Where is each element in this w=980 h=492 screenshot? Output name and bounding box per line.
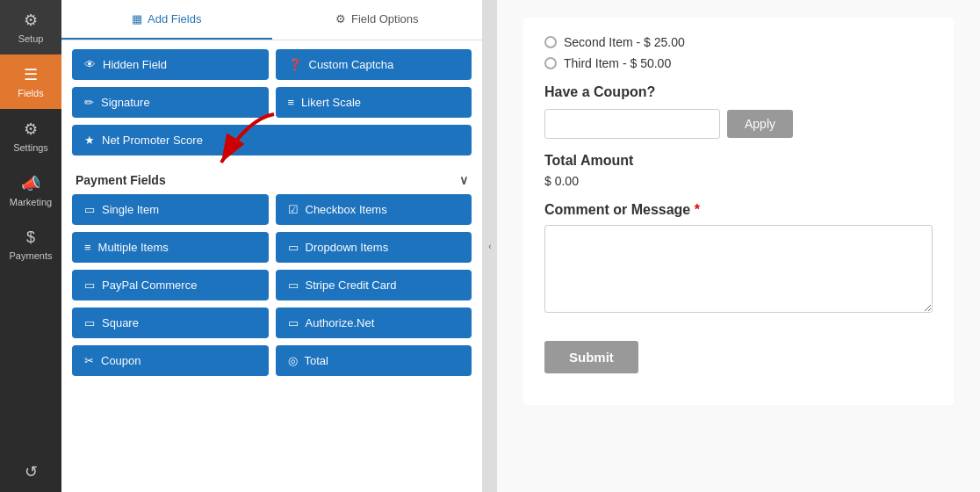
sidebar-item-setup[interactable]: ⚙ Setup bbox=[0, 0, 61, 54]
sidebar-item-marketing[interactable]: 📣 Marketing bbox=[0, 163, 61, 218]
sidebar-label-setup: Setup bbox=[18, 33, 44, 44]
sidebar-item-fields[interactable]: ☰ Fields bbox=[0, 54, 61, 109]
checkbox-items-icon: ☑ bbox=[288, 203, 299, 216]
payment-fields-grid: ▭ Single Item ☑ Checkbox Items ≡ Multipl… bbox=[72, 194, 472, 376]
history-icon: ↺ bbox=[25, 462, 38, 481]
nps-grid: ★ Net Promoter Score bbox=[72, 125, 472, 156]
radio-label-third: Third Item - $ 50.00 bbox=[564, 56, 671, 70]
sidebar-label-fields: Fields bbox=[18, 88, 43, 98]
checkbox-items-button[interactable]: ☑ Checkbox Items bbox=[276, 194, 472, 225]
sidebar: ⚙ Setup ☰ Fields ⚙ Settings 📣 Marketing … bbox=[0, 0, 61, 492]
coupon-row-section: Have a Coupon? Apply bbox=[544, 84, 933, 139]
tab-field-options[interactable]: ⚙ Field Options bbox=[272, 0, 483, 40]
form-preview: Second Item - $ 25.00 Third Item - $ 50.… bbox=[523, 18, 954, 405]
radio-option-second: Second Item - $ 25.00 bbox=[544, 35, 933, 49]
likert-scale-icon: ≡ bbox=[288, 96, 295, 109]
payments-icon: $ bbox=[26, 228, 35, 247]
payment-fields-chevron: ∨ bbox=[459, 173, 468, 187]
sidebar-label-payments: Payments bbox=[10, 250, 53, 261]
total-button[interactable]: ◎ Total bbox=[276, 345, 472, 376]
sidebar-item-settings[interactable]: ⚙ Settings bbox=[0, 109, 61, 163]
comment-textarea[interactable] bbox=[544, 225, 933, 313]
total-amount-label: Total Amount bbox=[544, 153, 933, 169]
radio-label-second: Second Item - $ 25.00 bbox=[564, 35, 685, 49]
panel-toggle[interactable]: ‹ bbox=[483, 0, 497, 492]
standard-fields-grid: 👁 Hidden Field ❓ Custom Captcha ✏ Signat… bbox=[72, 49, 472, 118]
radio-items-row: Second Item - $ 25.00 Third Item - $ 50.… bbox=[544, 35, 933, 70]
required-star: * bbox=[695, 202, 700, 217]
submit-button[interactable]: Submit bbox=[544, 341, 638, 373]
submit-row: Submit bbox=[544, 330, 933, 373]
custom-captcha-icon: ❓ bbox=[288, 58, 302, 71]
apply-button[interactable]: Apply bbox=[727, 110, 793, 138]
coupon-label: Have a Coupon? bbox=[544, 84, 933, 100]
tab-field-options-label: Field Options bbox=[351, 12, 419, 25]
square-icon: ▭ bbox=[84, 316, 95, 329]
sidebar-item-history[interactable]: ↺ bbox=[0, 452, 61, 492]
sidebar-label-settings: Settings bbox=[13, 142, 48, 153]
multiple-items-icon: ≡ bbox=[84, 241, 91, 254]
coupon-button[interactable]: ✂ Coupon bbox=[72, 345, 269, 376]
signature-icon: ✏ bbox=[84, 96, 94, 109]
setup-icon: ⚙ bbox=[24, 11, 38, 30]
coupon-input[interactable] bbox=[544, 109, 720, 139]
paypal-commerce-button[interactable]: ▭ PayPal Commerce bbox=[72, 270, 269, 300]
radio-circle-second[interactable] bbox=[544, 36, 557, 48]
tab-add-fields-label: Add Fields bbox=[148, 12, 201, 25]
payment-section-wrapper: Payment Fields ∨ bbox=[72, 163, 472, 194]
authorize-net-button[interactable]: ▭ Authorize.Net bbox=[276, 308, 472, 338]
single-item-icon: ▭ bbox=[84, 203, 95, 216]
field-options-icon: ⚙ bbox=[335, 12, 346, 25]
custom-captcha-button[interactable]: ❓ Custom Captcha bbox=[276, 49, 472, 80]
marketing-icon: 📣 bbox=[21, 174, 40, 193]
fields-content: 👁 Hidden Field ❓ Custom Captcha ✏ Signat… bbox=[61, 40, 482, 392]
coupon-icon: ✂ bbox=[84, 354, 94, 367]
radio-option-third: Third Item - $ 50.00 bbox=[544, 56, 933, 70]
total-amount-row: Total Amount $ 0.00 bbox=[544, 153, 933, 188]
fields-panel: ▦ Add Fields ⚙ Field Options 👁 Hidden Fi… bbox=[61, 0, 483, 492]
settings-icon: ⚙ bbox=[24, 119, 38, 139]
radio-circle-third[interactable] bbox=[544, 57, 557, 69]
payment-fields-header[interactable]: Payment Fields ∨ bbox=[72, 163, 472, 194]
tabs-bar: ▦ Add Fields ⚙ Field Options bbox=[61, 0, 482, 40]
main-content: ▦ Add Fields ⚙ Field Options 👁 Hidden Fi… bbox=[61, 0, 980, 492]
preview-panel: Second Item - $ 25.00 Third Item - $ 50.… bbox=[497, 0, 980, 492]
dropdown-items-icon: ▭ bbox=[288, 241, 299, 254]
dropdown-items-button[interactable]: ▭ Dropdown Items bbox=[276, 232, 472, 263]
total-icon: ◎ bbox=[288, 354, 298, 367]
nps-icon: ★ bbox=[84, 134, 95, 147]
authorize-net-icon: ▭ bbox=[288, 316, 299, 329]
net-promoter-score-button[interactable]: ★ Net Promoter Score bbox=[72, 125, 472, 156]
paypal-icon: ▭ bbox=[84, 279, 95, 292]
likert-scale-button[interactable]: ≡ Likert Scale bbox=[276, 87, 472, 118]
total-amount-value: $ 0.00 bbox=[544, 174, 933, 188]
signature-button[interactable]: ✏ Signature bbox=[72, 87, 269, 118]
square-button[interactable]: ▭ Square bbox=[72, 308, 269, 338]
hidden-field-button[interactable]: 👁 Hidden Field bbox=[72, 49, 269, 80]
comment-label: Comment or Message * bbox=[544, 202, 933, 218]
stripe-icon: ▭ bbox=[288, 279, 299, 292]
sidebar-item-payments[interactable]: $ Payments bbox=[0, 218, 61, 271]
single-item-button[interactable]: ▭ Single Item bbox=[72, 194, 269, 225]
fields-icon: ☰ bbox=[24, 65, 38, 84]
comment-row: Comment or Message * bbox=[544, 202, 933, 316]
toggle-chevron-icon: ‹ bbox=[488, 242, 491, 251]
sidebar-label-marketing: Marketing bbox=[10, 197, 52, 207]
add-fields-icon: ▦ bbox=[132, 12, 142, 25]
hidden-field-icon: 👁 bbox=[84, 58, 96, 71]
multiple-items-button[interactable]: ≡ Multiple Items bbox=[72, 232, 269, 263]
tab-add-fields[interactable]: ▦ Add Fields bbox=[61, 0, 272, 40]
payment-fields-label: Payment Fields bbox=[76, 173, 166, 187]
coupon-input-row: Apply bbox=[544, 109, 933, 139]
stripe-credit-card-button[interactable]: ▭ Stripe Credit Card bbox=[276, 270, 472, 300]
